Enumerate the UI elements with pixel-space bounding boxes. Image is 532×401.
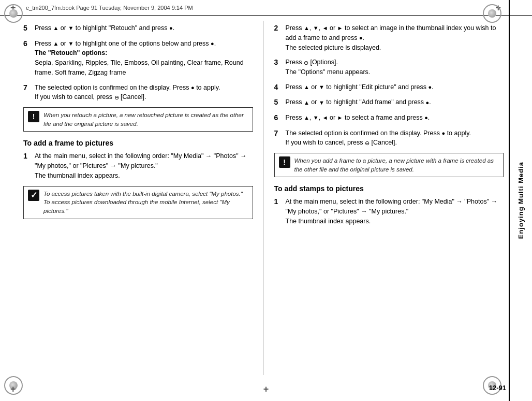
step3-press: Press: [286, 59, 304, 66]
step4-period: .: [432, 83, 433, 91]
crosshair-bottom-left: +: [10, 384, 16, 395]
right-step-2: 2 Press ▲, ▼, ◄ or ► to select an image …: [274, 23, 504, 52]
step5-or1: or: [58, 24, 68, 32]
header-text: e_tm200_7fm.book Page 91 Tuesday, Novemb…: [26, 5, 193, 11]
right-step-6: 6 Press ▲, ▼, ◄ or ► to select a frame a…: [274, 113, 504, 123]
stamps-step-number-1: 1: [274, 197, 286, 207]
step-number-7: 7: [23, 83, 35, 93]
step6r-press: Press: [286, 114, 304, 121]
stamps-step-1: 1 At the main menu, select in the follow…: [274, 197, 504, 226]
step7-apply: to apply.: [195, 84, 220, 91]
column-divider: [263, 21, 264, 375]
right-column: 2 Press ▲, ▼, ◄ or ► to select an image …: [274, 16, 504, 380]
step-content-6: Press ▲ or ▼ to highlight one of the opt…: [35, 39, 253, 78]
warning-icon-right: !: [279, 156, 290, 168]
frame-step-content-1: At the main menu, select in the followin…: [35, 151, 253, 180]
step-number-6: 6: [23, 39, 35, 49]
left-note-text: When you retouch a picture, a new retouc…: [43, 111, 248, 128]
right-step-number-2: 2: [274, 23, 286, 34]
step2-or: or: [328, 24, 337, 32]
step-number-5: 5: [23, 23, 35, 34]
step5r-rest: to highlight "Add frame" and press: [324, 98, 426, 106]
right-step-content-4: Press ▲ or ▼ to highlight "Edit picture"…: [286, 82, 504, 92]
circle-btn-2: ●: [359, 34, 363, 42]
circle-btn-5: ●: [169, 24, 173, 33]
frame-step1-subtext: The thumbnail index appears.: [35, 172, 120, 179]
up-arrow-6r: ▲: [304, 113, 309, 122]
right-step-4: 4 Press ▲ or ▼ to highlight "Edit pictur…: [274, 82, 504, 93]
right-step-number-6: 6: [274, 113, 286, 123]
down-arrow-6r: ▼: [313, 113, 319, 122]
right-step-number-4: 4: [274, 82, 286, 93]
minus-btn-7: ⊖: [114, 93, 119, 102]
stamps-step-content-1: At the main menu, select in the followin…: [286, 197, 504, 226]
down-arrow-5a: ▼: [68, 24, 73, 33]
step-content-7: The selected option is confirmed on the …: [35, 83, 253, 103]
step7-cancel-text: If you wish to cancel, press: [35, 93, 114, 101]
step7r-text: The selected option is confirmed on the …: [286, 130, 442, 137]
circle-btn-6: ●: [211, 39, 214, 48]
corner-decoration-tl: [4, 4, 25, 25]
retouch-options-list: Sepia, Sparkling, Ripples, Tile, Emboss,…: [35, 59, 244, 76]
right-note-text: When you add a frame to a picture, a new…: [294, 156, 499, 174]
up-arrow-5r: ▲: [304, 98, 309, 107]
step6r-or: or: [328, 114, 337, 121]
step7-text: The selected option is confirmed on the …: [35, 84, 191, 91]
down-arrow-2: ▼: [313, 24, 319, 33]
right-step-content-5: Press ▲ or ▼ to highlight "Add frame" an…: [286, 97, 504, 107]
left-info-box: ✓ To access pictures taken with the buil…: [23, 186, 253, 219]
step5-period: .: [173, 24, 174, 32]
up-arrow-4: ▲: [304, 83, 309, 92]
right-note-box: ! When you add a frame to a picture, a n…: [274, 153, 504, 177]
step6-rest: to highlight one of the options below an…: [73, 40, 211, 47]
step4-or: or: [309, 83, 319, 91]
add-stamps-heading: To add stamps to pictures: [274, 184, 504, 193]
page-number: 12-91: [489, 384, 506, 392]
step5r-press: Press: [286, 98, 304, 106]
left-step-7: 7 The selected option is confirmed on th…: [23, 83, 253, 103]
step4-press: Press: [286, 83, 304, 91]
frame-step1-text: At the main menu, select in the followin…: [35, 152, 247, 169]
minus-btn-3: ⊖: [304, 59, 308, 67]
step5r-period: .: [429, 98, 431, 106]
info-icon-left: ✓: [28, 190, 39, 201]
page: + e_tm200_7fm.book Page 91 Tuesday, Nove…: [0, 0, 532, 401]
right-step-content-3: Press ⊖ [Options]. The "Options" menu ap…: [286, 58, 504, 77]
right-step-content-7: The selected option is confirmed on the …: [286, 128, 504, 148]
up-arrow-5a: ▲: [53, 24, 58, 33]
crosshair-bottom-center: +: [263, 384, 269, 395]
step2-comma1: ,: [309, 24, 313, 32]
corner-circle-tl: [4, 4, 23, 23]
right-arrow-6r: ►: [337, 113, 343, 122]
step7r-apply: to apply.: [445, 130, 471, 137]
add-frame-heading: To add a frame to pictures: [23, 139, 253, 147]
step4-rest: to highlight "Edit picture" and press: [324, 83, 428, 91]
down-arrow-4: ▼: [319, 83, 324, 92]
page-header: + e_tm200_7fm.book Page 91 Tuesday, Nove…: [0, 0, 532, 16]
left-arrow-6r: ◄: [322, 113, 328, 122]
left-step-5: 5 Press ▲ or ▼ to highlight "Retouch" an…: [23, 23, 253, 34]
sidebar-tab: Enjoying Multi Media: [509, 0, 532, 401]
step6r-comma2: ,: [319, 114, 322, 121]
right-step-7: 7 The selected option is confirmed on th…: [274, 128, 504, 148]
step6r-period: .: [428, 114, 430, 121]
up-arrow-6: ▲: [53, 39, 58, 48]
right-arrow-2: ►: [337, 24, 343, 33]
down-arrow-5r: ▼: [319, 98, 324, 107]
step6-or: or: [58, 40, 68, 47]
step6r-rest: to select a frame and press: [343, 114, 424, 121]
right-step-number-7: 7: [274, 128, 286, 139]
circle-btn-7: ●: [191, 83, 195, 92]
up-arrow-2: ▲: [304, 24, 309, 33]
right-step-5: 5 Press ▲ or ▼ to highlight "Add frame" …: [274, 97, 504, 108]
step5-rest: to highlight "Retouch" and press: [73, 24, 169, 32]
step6r-comma1: ,: [309, 114, 313, 121]
main-content: 5 Press ▲ or ▼ to highlight "Retouch" an…: [23, 16, 504, 380]
right-step-3: 3 Press ⊖ [Options]. The "Options" menu …: [274, 58, 504, 77]
step5-text: Press: [35, 24, 53, 32]
left-info-text: To access pictures taken with the built-…: [43, 190, 248, 216]
frame-step-number-1: 1: [23, 151, 35, 162]
step2-period: .: [363, 34, 364, 41]
left-column: 5 Press ▲ or ▼ to highlight "Retouch" an…: [23, 16, 253, 380]
step-content-5: Press ▲ or ▼ to highlight "Retouch" and …: [35, 23, 253, 33]
